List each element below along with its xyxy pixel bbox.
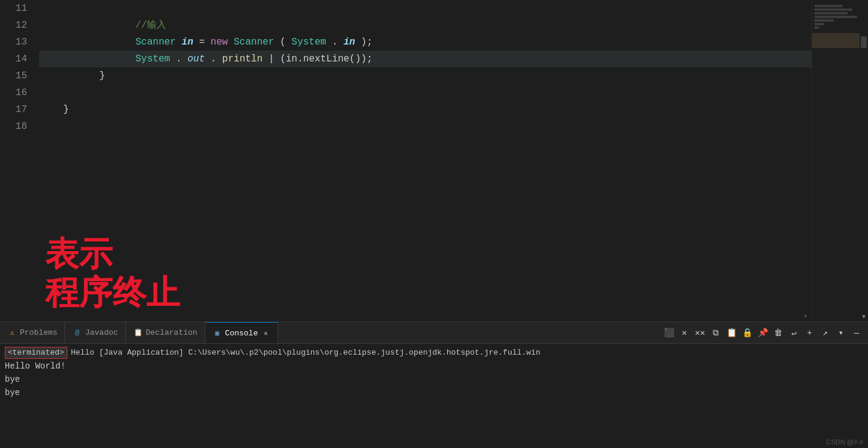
more-button[interactable]: ▾ <box>834 326 848 340</box>
minimap-thumb <box>812 33 860 48</box>
type-system: System <box>291 37 326 48</box>
punct-paren1: ( <box>280 37 286 48</box>
scrollbar-thumb[interactable] <box>861 36 867 48</box>
console-path: Hello [Java Application] C:\Users\wu\.p2… <box>71 346 541 359</box>
collapse-panel-button[interactable]: › <box>800 311 811 322</box>
minimap-line <box>814 8 852 11</box>
line-13: 13 <box>0 34 27 51</box>
type-scanner2: Scanner <box>234 37 274 48</box>
scroll-lock-button[interactable]: 🔒 <box>740 326 754 340</box>
problems-icon: ⚠ <box>7 328 17 338</box>
watermark: CSDN @#-# <box>826 438 863 446</box>
line-14: 14 <box>0 51 27 67</box>
minimap-line <box>814 19 834 22</box>
minimap <box>811 0 860 322</box>
line-15: 15 <box>0 67 27 84</box>
console-output-line-2: bye <box>5 373 863 386</box>
punct-close1: ); <box>361 37 373 48</box>
punct-dot2: . <box>176 54 182 64</box>
line-16: 16 <box>0 84 27 101</box>
javadoc-icon: @ <box>72 328 82 338</box>
copy-button[interactable]: ⧉ <box>709 326 722 340</box>
word-wrap-button[interactable]: ↵ <box>787 326 801 340</box>
console-icon: ▣ <box>212 328 222 338</box>
line-18: 18 <box>0 118 27 135</box>
var-system-in: in <box>344 37 355 48</box>
code-line-15: } <box>39 67 868 84</box>
tab-javadoc-label: Javadoc <box>85 328 118 337</box>
punct-brace-close2: } <box>63 104 69 115</box>
tab-console-label: Console <box>225 329 258 338</box>
minimap-line <box>814 12 848 14</box>
minimap-line <box>814 5 843 7</box>
close-console-button[interactable]: ✕ <box>678 326 691 340</box>
var-out: out <box>187 54 205 64</box>
punct-cursor: | <box>268 54 274 64</box>
code-content[interactable]: //输入 Scanner in = new Scanner ( System .… <box>33 0 868 322</box>
pin-button[interactable]: 📌 <box>756 326 769 340</box>
tab-problems-label: Problems <box>20 328 57 337</box>
punct-dot3: . <box>211 54 217 64</box>
tab-javadoc[interactable]: @ Javadoc <box>65 322 126 343</box>
console-content: <terminated> Hello [Java Application] C:… <box>0 344 868 402</box>
declaration-icon: 📋 <box>133 328 143 338</box>
punct-args: (in.nextLine()); <box>280 54 373 64</box>
code-line-18 <box>39 118 868 135</box>
punct-brace-close1: } <box>99 70 105 81</box>
line-12: 12 <box>0 17 27 34</box>
bottom-panel: ⚠ Problems @ Javadoc 📋 Declaration ▣ Con… <box>0 322 868 448</box>
terminated-badge: <terminated> <box>5 347 67 359</box>
minimap-line <box>814 16 857 18</box>
code-line-13: Scanner in = new Scanner ( System . in )… <box>39 34 868 51</box>
console-output-line-1: Hello World! <box>5 359 863 373</box>
minimize-button[interactable]: — <box>850 326 863 340</box>
punct-dot1: . <box>332 37 338 48</box>
comment-12: //输入 <box>135 20 166 31</box>
tabs-actions: ⬛ ✕ ✕✕ ⧉ 📋 🔒 📌 🗑 ↵ + ↗ ▾ — <box>657 322 868 343</box>
stop-button[interactable]: ⬛ <box>662 326 675 340</box>
var-in: in <box>182 37 193 48</box>
code-line-14: System . out . println | (in.nextLine())… <box>39 51 868 67</box>
line-numbers: 11 12 13 14 15 16 17 18 <box>0 0 33 322</box>
minimap-line <box>814 23 824 25</box>
tab-console-close[interactable]: ✕ <box>261 328 270 338</box>
close-all-button[interactable]: ✕✕ <box>693 326 707 340</box>
kw-new: new <box>211 37 234 48</box>
tabs-bar: ⚠ Problems @ Javadoc 📋 Declaration ▣ Con… <box>0 322 868 344</box>
tab-declaration-label: Declaration <box>146 328 197 337</box>
editor-area: 11 12 13 14 15 16 17 18 //输入 Scanner in … <box>0 0 868 322</box>
tab-console[interactable]: ▣ Console ✕ <box>205 322 279 343</box>
method-println: println <box>222 54 262 64</box>
scroll-down-button[interactable]: ▼ <box>860 312 868 322</box>
console-output-line-3: bye <box>5 386 863 399</box>
line-17: 17 <box>0 101 27 118</box>
code-line-17: } <box>39 101 868 118</box>
line-11: 11 <box>0 0 27 17</box>
editor-scrollbar[interactable] <box>860 0 868 322</box>
new-console-button[interactable]: + <box>803 326 816 340</box>
code-line-16 <box>39 84 868 101</box>
code-line-11 <box>39 0 868 17</box>
punct-eq: = <box>199 37 211 48</box>
paste-button[interactable]: 📋 <box>725 326 738 340</box>
console-header: <terminated> Hello [Java Application] C:… <box>5 346 863 359</box>
open-console-button[interactable]: ↗ <box>819 326 832 340</box>
clear-button[interactable]: 🗑 <box>772 326 785 340</box>
minimap-line <box>814 26 819 29</box>
tab-declaration[interactable]: 📋 Declaration <box>126 322 205 343</box>
tab-problems[interactable]: ⚠ Problems <box>0 322 65 343</box>
type-system2: System <box>135 54 170 64</box>
code-line-12: //输入 <box>39 17 868 34</box>
type-scanner: Scanner <box>135 37 182 48</box>
